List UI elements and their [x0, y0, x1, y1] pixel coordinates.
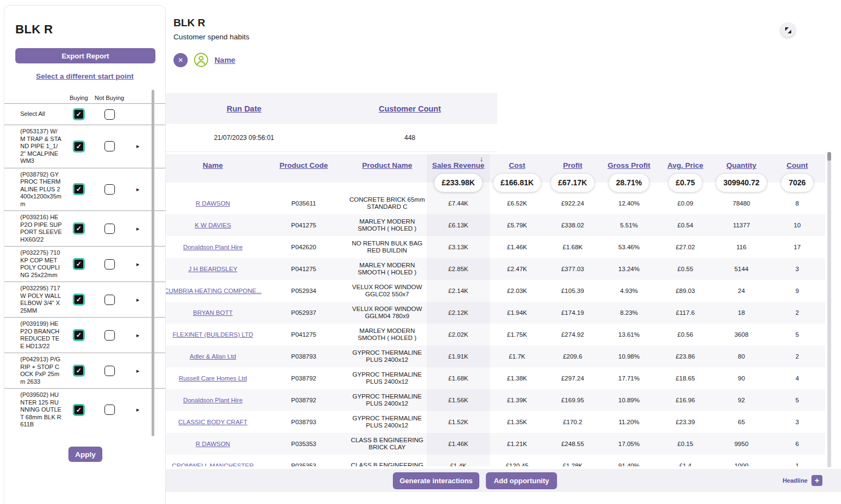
totals-row: £233.98K £166.81K £67.17K 28.71% £0.75 3…	[166, 173, 825, 192]
buying-checkbox[interactable]: ✓	[73, 222, 85, 235]
sales-revenue-cell: £2.14K	[448, 288, 468, 294]
customer-name-link[interactable]: Russell Care Homes Ltd	[179, 375, 247, 382]
avg-price-cell: £0.54	[677, 222, 693, 228]
table-row: K W DAVIES P041275 MARLEY MODERN SMOOTH …	[166, 214, 825, 236]
customer-name-link[interactable]: R DAWSON	[196, 200, 230, 207]
customer-name-link[interactable]: Donaldson Plant Hire	[183, 397, 243, 403]
product-name-cell: NO RETURN BULK BAG RED BUILDIN	[349, 240, 426, 255]
total-quantity: 309940.72	[716, 174, 767, 192]
avg-price-cell: £1.4	[679, 462, 691, 466]
table-row: BRYAN BOTT P052937 VELUX ROOF WINDOW GGL…	[166, 302, 825, 324]
table-row: CUMBRIA HEATING COMPONE... P052934 VELUX…	[166, 280, 825, 302]
product-label: (P039216) HEP2O PIPE SUPPORT SLEEVE HX60…	[20, 214, 63, 243]
expand-row-icon[interactable]: ▸	[136, 296, 140, 303]
buying-checkbox[interactable]: ✓	[73, 329, 85, 341]
not-buying-checkbox[interactable]: ✓	[105, 259, 115, 269]
add-opportunity-button[interactable]: Add opportunity	[486, 472, 557, 489]
customer-name-link[interactable]: FLEXINET (BUILDERS) LTD	[172, 331, 253, 338]
check-icon: ✓	[76, 296, 82, 303]
not-buying-checkbox[interactable]: ✓	[105, 184, 115, 195]
not-buying-checkbox[interactable]: ✓	[105, 405, 115, 415]
customer-count-header[interactable]: Customer Count	[379, 104, 441, 113]
product-label: (P039199) HEP2O BRANCH REDUCED TEE HD13/…	[20, 320, 63, 350]
col-header-profit[interactable]: Profit	[563, 161, 582, 169]
buying-checkbox[interactable]: ✓	[73, 365, 85, 377]
expand-row-icon[interactable]: ▸	[136, 186, 140, 193]
action-bar: Generate interactions Add opportunity He…	[166, 469, 841, 492]
gross-profit-cell: 11.20%	[618, 419, 639, 425]
col-header-quantity[interactable]: Quantity	[727, 161, 757, 169]
table-row: CLASSIC BODY CRAFT P038793 GYPROC THERMA…	[166, 411, 825, 433]
product-label: (P039502) HUNTER 125 RUNNING OUTLET 68mm…	[20, 391, 63, 429]
customer-name-link[interactable]: Donaldson Plant Hire	[183, 244, 243, 250]
count-cell: 8	[796, 200, 799, 207]
col-header-name[interactable]: Name	[203, 161, 223, 169]
col-header-sales-revenue[interactable]: Sales Revenue	[432, 161, 484, 169]
quantity-cell: 11377	[733, 222, 750, 228]
product-filter-row: (P032295) 717 W POLY WALL ELBOW 3/4" X 2…	[4, 282, 165, 318]
expand-row-icon[interactable]: ▸	[136, 143, 140, 150]
product-name-cell: GYPROC THERMALINE PLUS 2400x12	[349, 371, 426, 386]
quantity-cell: 78480	[733, 200, 750, 207]
avg-price-cell: £0.56	[677, 331, 693, 338]
select-all-buying-checkbox[interactable]: ✓	[73, 108, 85, 120]
sidebar-scrollbar[interactable]	[152, 90, 154, 436]
count-cell: 1	[796, 462, 799, 466]
customer-name-link[interactable]: J H BEARDSLEY	[188, 266, 237, 272]
check-icon: ✓	[76, 367, 82, 374]
add-headline-button[interactable]: +	[811, 475, 822, 486]
expand-row-icon[interactable]: ▸	[136, 225, 140, 232]
col-header-avg-price[interactable]: Avg. Price	[668, 161, 704, 169]
expand-row-icon[interactable]: ▸	[136, 261, 140, 268]
quantity-cell: 5144	[734, 266, 749, 272]
avg-price-cell: £18.65	[676, 375, 695, 382]
run-info-values: 21/07/2023 09:56:01 448	[166, 124, 497, 152]
buying-checkbox[interactable]: ✓	[73, 404, 85, 416]
gross-profit-cell: 5.51%	[620, 222, 638, 228]
product-label: (P038792) GYPROC THERMALINE PLUS 2400x12…	[20, 171, 63, 208]
buying-checkbox[interactable]: ✓	[73, 140, 85, 153]
col-header-count[interactable]: Count	[787, 161, 808, 169]
not-buying-checkbox[interactable]: ✓	[105, 224, 115, 234]
select-all-not-buying-checkbox[interactable]: ✓	[105, 109, 115, 120]
col-header-cost[interactable]: Cost	[509, 161, 525, 169]
quantity-cell: 18	[738, 309, 745, 316]
buying-checkbox[interactable]: ✓	[73, 294, 85, 306]
generate-interactions-button[interactable]: Generate interactions	[393, 472, 479, 489]
expand-row-icon[interactable]: ▸	[136, 367, 140, 374]
apply-button[interactable]: Apply	[68, 447, 102, 462]
customer-name-link[interactable]: CROMWELL MANCHESTER	[172, 462, 254, 466]
start-point-link[interactable]: Select a different start point	[4, 72, 165, 80]
check-icon: ✓	[76, 143, 82, 150]
profit-cell: £209.6	[563, 353, 582, 360]
remove-filter-button[interactable]: ✕	[173, 53, 188, 67]
customer-name-link[interactable]: CLASSIC BODY CRAFT	[178, 419, 247, 425]
customer-name-link[interactable]: BRYAN BOTT	[193, 309, 233, 316]
run-date-header[interactable]: Run Date	[227, 104, 262, 113]
col-header-product-code[interactable]: Product Code	[280, 161, 328, 169]
expand-row-icon[interactable]: ▸	[136, 406, 140, 413]
col-header-gross-profit[interactable]: Gross Profit	[607, 161, 650, 169]
not-buying-checkbox[interactable]: ✓	[105, 141, 115, 151]
gross-profit-cell: 10.98%	[618, 353, 640, 360]
not-buying-checkbox[interactable]: ✓	[105, 330, 115, 341]
not-buying-checkbox[interactable]: ✓	[105, 295, 115, 305]
table-scrollbar[interactable]	[827, 152, 831, 467]
customer-name-link[interactable]: CUMBRIA HEATING COMPONE...	[166, 288, 262, 294]
cost-cell: £6.52K	[507, 200, 527, 207]
expand-button[interactable]	[781, 23, 795, 37]
avg-price-cell: £89.03	[676, 288, 695, 294]
name-filter-link[interactable]: Name	[214, 56, 235, 65]
table-scrollbar-thumb[interactable]	[827, 152, 831, 161]
customer-name-link[interactable]: K W DAVIES	[195, 222, 231, 228]
buying-checkbox[interactable]: ✓	[73, 258, 85, 270]
cost-cell: £1.94K	[507, 309, 527, 316]
expand-row-icon[interactable]: ▸	[136, 332, 140, 339]
customer-name-link[interactable]: Adler & Allan Ltd	[189, 353, 236, 360]
col-header-product-name[interactable]: Product Name	[362, 161, 413, 169]
export-report-button[interactable]: Export Report	[15, 48, 155, 63]
profit-cell: £377.03	[561, 266, 584, 272]
buying-checkbox[interactable]: ✓	[73, 183, 85, 195]
customer-name-link[interactable]: R DAWSON	[196, 441, 230, 447]
not-buying-checkbox[interactable]: ✓	[105, 366, 115, 376]
